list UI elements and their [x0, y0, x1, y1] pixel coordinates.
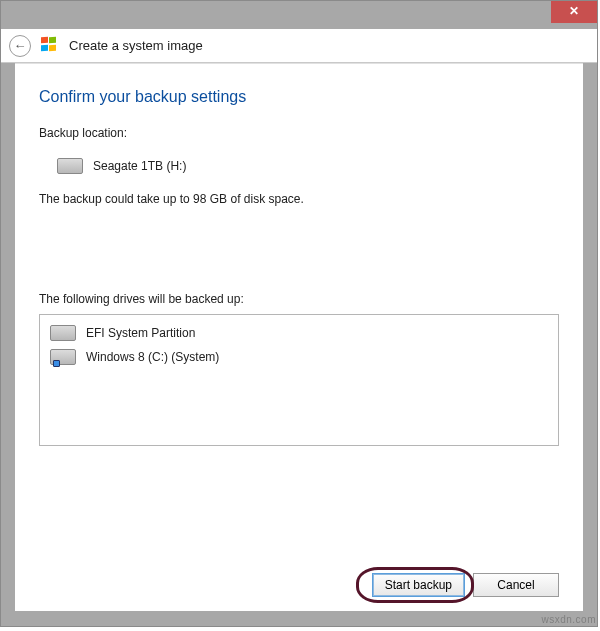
list-item[interactable]: Windows 8 (C:) (System) — [44, 345, 554, 369]
watermark: wsxdn.com — [541, 614, 596, 625]
back-button[interactable]: ← — [9, 35, 31, 57]
list-item[interactable]: EFI System Partition — [44, 321, 554, 345]
backup-location-label: Backup location: — [39, 126, 559, 140]
disk-space-note: The backup could take up to 98 GB of dis… — [39, 192, 559, 206]
header-row: ← Create a system image — [1, 29, 597, 63]
drive-name: EFI System Partition — [86, 326, 195, 340]
windows-flag-icon — [41, 37, 59, 55]
drive-name: Windows 8 (C:) (System) — [86, 350, 219, 364]
backup-location-row: Seagate 1TB (H:) — [57, 158, 559, 174]
page-heading: Confirm your backup settings — [39, 88, 559, 106]
content-panel: Confirm your backup settings Backup loca… — [15, 63, 583, 611]
footer-buttons: Start backup Cancel — [372, 573, 559, 597]
cancel-button[interactable]: Cancel — [473, 573, 559, 597]
backup-location-value: Seagate 1TB (H:) — [93, 159, 186, 173]
dialog-window: ✕ ← Create a system image Confirm your b… — [0, 0, 598, 627]
close-icon: ✕ — [569, 4, 579, 18]
hard-drive-icon — [50, 325, 76, 341]
drives-list-label: The following drives will be backed up: — [39, 292, 559, 306]
arrow-left-icon: ← — [14, 38, 27, 53]
hard-drive-icon — [57, 158, 83, 174]
close-button[interactable]: ✕ — [551, 1, 597, 23]
titlebar: ✕ — [1, 1, 597, 29]
drives-listbox[interactable]: EFI System Partition Windows 8 (C:) (Sys… — [39, 314, 559, 446]
window-title: Create a system image — [69, 38, 203, 53]
system-drive-icon — [50, 349, 76, 365]
start-backup-button[interactable]: Start backup — [372, 573, 465, 597]
